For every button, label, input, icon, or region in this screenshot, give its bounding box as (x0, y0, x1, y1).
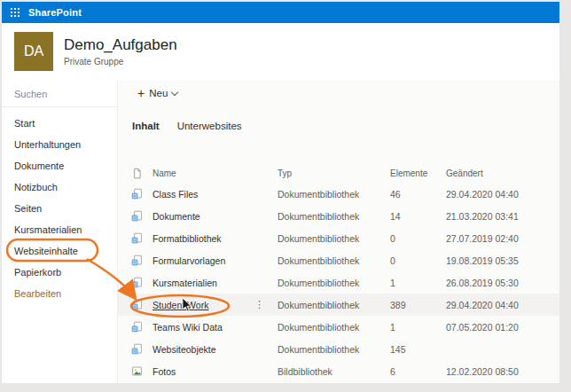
item-name-link[interactable]: Student Work (153, 300, 208, 310)
pivot-tabs: Inhalt Unterwebsites (118, 121, 559, 135)
table-row-student-work[interactable]: Student Work ⋮ Dokumentbibliothek 389 29… (118, 294, 559, 316)
item-name-link[interactable]: Formatbibliothek (153, 233, 222, 244)
sidebar-item-seiten[interactable]: Seiten (2, 198, 117, 219)
item-type: Dokumentbibliothek (278, 322, 390, 333)
table-row[interactable]: Teams Wiki Data Dokumentbibliothek 1 07.… (118, 316, 559, 338)
sidebar-item-kursmaterialien[interactable]: Kursmaterialien (2, 219, 117, 240)
item-type: Dokumentbibliothek (278, 344, 390, 355)
document-library-icon (131, 299, 153, 310)
site-title[interactable]: Demo_Aufgaben (64, 36, 177, 54)
item-name-link[interactable]: Fotos (153, 366, 176, 377)
app-launcher-icon[interactable] (11, 8, 20, 17)
suite-bar: SharePoint (2, 2, 559, 23)
plus-icon: + (137, 89, 145, 98)
item-count: 0 (390, 233, 446, 244)
sharepoint-window: SharePoint DA Demo_Aufgaben Private Grup… (2, 2, 559, 383)
item-modified: 29.04.2020 04:40 (446, 189, 559, 200)
new-button-label: Neu (149, 88, 168, 98)
item-name-link[interactable]: Websiteobjekte (153, 344, 216, 355)
app-title[interactable]: SharePoint (28, 7, 82, 18)
item-type: Bildbibliothek (278, 366, 390, 377)
site-logo[interactable]: DA (14, 32, 53, 71)
table-row[interactable]: Formularvorlagen Dokumentbibliothek 0 19… (118, 249, 559, 271)
sidebar-divider (2, 106, 117, 107)
item-name-link[interactable]: Formularvorlagen (153, 255, 225, 266)
tab-unterwebsites[interactable]: Unterwebsites (177, 121, 242, 135)
site-header: DA Demo_Aufgaben Private Gruppe (2, 23, 559, 80)
column-header-name[interactable]: Name (153, 169, 278, 178)
item-type: Dokumentbibliothek (278, 233, 390, 244)
document-library-icon (131, 210, 153, 222)
item-type: Dokumentbibliothek (278, 255, 390, 266)
item-name-link[interactable]: Teams Wiki Data (153, 322, 223, 333)
document-library-icon (131, 343, 153, 355)
search-input[interactable] (2, 85, 115, 103)
item-count: 6 (390, 366, 446, 377)
sidebar-item-notizbuch[interactable]: Notizbuch (2, 176, 117, 198)
sidebar-nav: Start Unterhaltungen Dokumente Notizbuch… (2, 80, 118, 383)
column-header-elemente[interactable]: Elemente (390, 169, 446, 178)
more-options-button[interactable]: ⋮ (252, 299, 267, 310)
table-row[interactable]: Class Files Dokumentbibliothek 46 29.04.… (118, 183, 559, 205)
chevron-down-icon (171, 88, 178, 95)
sidebar-item-unterhaltungen[interactable]: Unterhaltungen (2, 134, 117, 155)
document-library-icon (131, 277, 153, 288)
command-bar: + Neu (118, 80, 559, 108)
item-name-link[interactable]: Dokumente (153, 211, 200, 222)
item-modified: 12.02.2020 08:50 (446, 366, 559, 377)
table-row[interactable]: Websiteobjekte Dokumentbibliothek 145 (118, 338, 559, 360)
sidebar-item-websiteinhalte[interactable]: Websiteinhalte (2, 240, 117, 262)
column-header-typ[interactable]: Typ (278, 169, 390, 178)
sidebar-item-dokumente[interactable]: Dokumente (2, 155, 117, 176)
document-library-icon (131, 255, 153, 266)
image-library-icon (131, 365, 153, 377)
table-row[interactable]: Kursmaterialien Dokumentbibliothek 1 26.… (118, 271, 559, 294)
item-name-link[interactable]: Kursmaterialien (153, 278, 217, 288)
item-count: 1 (390, 322, 446, 333)
table-row[interactable]: Fotos Bildbibliothek 6 12.02.2020 08:50 (118, 360, 559, 382)
item-type: Dokumentbibliothek (278, 211, 390, 222)
site-privacy-label: Private Gruppe (64, 57, 177, 67)
table-header: Name Typ Elemente Geändert (118, 163, 559, 183)
table-row[interactable]: Formatbibliothek Dokumentbibliothek 0 27… (118, 227, 559, 249)
main-content: + Neu Inhalt Unterwebsites Name Typ (118, 80, 559, 383)
item-modified: 26.08.2019 05:30 (446, 278, 559, 288)
item-count: 14 (390, 211, 446, 222)
column-header-geandert[interactable]: Geändert (446, 169, 559, 178)
site-contents-table: Name Typ Elemente Geändert Class Files D… (118, 163, 559, 382)
item-count: 0 (390, 255, 446, 266)
item-count: 46 (390, 189, 446, 200)
item-modified: 19.08.2019 05:35 (446, 255, 559, 266)
new-button[interactable]: + Neu (132, 85, 183, 101)
item-count: 389 (390, 300, 446, 310)
site-meta: Demo_Aufgaben Private Gruppe (64, 36, 177, 67)
item-name-link[interactable]: Class Files (153, 189, 198, 200)
document-library-icon (131, 188, 153, 200)
item-count: 1 (390, 278, 446, 288)
document-library-icon (131, 232, 153, 244)
sidebar-item-papierkorb[interactable]: Papierkorb (2, 262, 117, 283)
item-type: Dokumentbibliothek (278, 300, 390, 310)
item-type: Dokumentbibliothek (278, 278, 390, 288)
table-row[interactable]: Dokumente Dokumentbibliothek 14 21.03.20… (118, 205, 559, 227)
item-count: 145 (390, 344, 446, 355)
item-modified: 27.07.2019 02:40 (446, 233, 559, 244)
screenshot-frame: SharePoint DA Demo_Aufgaben Private Grup… (0, 0, 571, 392)
tab-inhalt[interactable]: Inhalt (132, 121, 160, 135)
item-modified: 29.04.2020 04:40 (446, 300, 559, 310)
item-modified: 21.03.2020 03:41 (446, 211, 559, 222)
sidebar-item-start[interactable]: Start (2, 113, 117, 134)
page-icon (131, 168, 153, 179)
item-modified: 07.05.2020 01:20 (446, 322, 559, 333)
sidebar-edit-link[interactable]: Bearbeiten (2, 283, 117, 304)
item-type: Dokumentbibliothek (278, 189, 390, 200)
document-library-icon (131, 321, 153, 333)
